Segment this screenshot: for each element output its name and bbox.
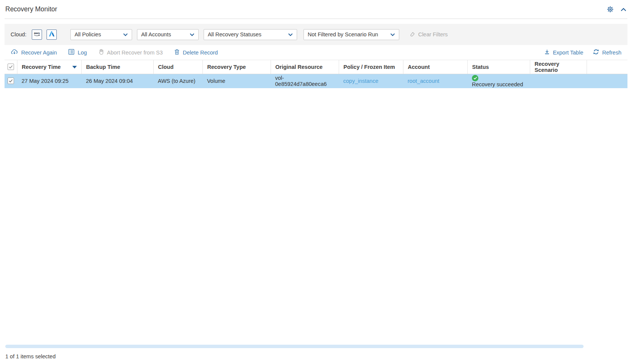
- scenario-run-filter-dropdown[interactable]: Not Filtered by Scenario Run: [304, 29, 399, 40]
- success-check-icon: [472, 75, 478, 81]
- clear-filters-button[interactable]: Clear Filters: [409, 31, 448, 38]
- refresh-icon: [593, 49, 599, 56]
- cell-cloud: AWS (to Azure): [153, 74, 202, 88]
- selection-summary: 1 of 1 items selected: [5, 353, 56, 359]
- delete-record-label: Delete Record: [183, 50, 218, 56]
- refresh-label: Refresh: [602, 50, 621, 56]
- column-header-backup-time[interactable]: Backup Time: [81, 60, 153, 74]
- recover-again-label: Recover Again: [21, 50, 57, 56]
- settings-gear-icon[interactable]: [607, 6, 614, 13]
- chevron-down-icon: [123, 31, 128, 37]
- cell-backup-time: 26 May 2024 09:04: [81, 74, 153, 88]
- cell-recovery-time: 27 May 2024 09:25: [17, 74, 81, 88]
- column-header-recovery-scenario[interactable]: Recovery Scenario: [530, 60, 587, 74]
- status-cell: [472, 75, 525, 81]
- column-header-account[interactable]: Account: [403, 60, 467, 74]
- page-title: Recovery Monitor: [5, 5, 57, 13]
- export-table-label: Export Table: [553, 50, 583, 56]
- table-actions-toolbar: Recover Again Log Abort Recover from S3: [5, 45, 627, 60]
- account-link[interactable]: root_account: [408, 78, 439, 84]
- log-list-icon: [68, 49, 75, 56]
- scenario-run-filter-value: Not Filtered by Scenario Run: [308, 31, 378, 37]
- chevron-down-icon: [390, 31, 395, 37]
- collapse-panel-chevron-up-icon[interactable]: [621, 8, 626, 11]
- cell-recovery-scenario: [530, 74, 587, 88]
- policies-filter-dropdown[interactable]: All Policies: [70, 29, 132, 40]
- cell-spacer: [587, 74, 627, 88]
- aws-cloud-toggle[interactable]: aws: [32, 30, 42, 40]
- column-header-spacer: [587, 60, 627, 74]
- azure-logo-icon: [48, 30, 55, 39]
- trash-icon: [174, 49, 180, 56]
- log-button[interactable]: Log: [68, 49, 87, 56]
- sort-descending-icon: [72, 66, 77, 68]
- chevron-down-icon: [190, 31, 195, 37]
- policy-frozen-item-link[interactable]: copy_instance: [343, 78, 378, 84]
- export-table-button[interactable]: Export Table: [544, 49, 583, 56]
- recovery-status-filter-value: All Recovery Statuses: [208, 31, 262, 37]
- column-header-cloud[interactable]: Cloud: [153, 60, 202, 74]
- clear-filters-label: Clear Filters: [418, 31, 448, 37]
- cell-original-resource: vol-0e85924d7a80eeca6: [271, 74, 339, 88]
- title-bar: Recovery Monitor: [0, 0, 632, 19]
- cell-recovery-type: Volume: [202, 74, 271, 88]
- chevron-down-icon: [288, 31, 293, 37]
- recovery-records-table: Recovery Time Backup Time Cloud Recovery…: [5, 60, 627, 88]
- row-checkbox-checked[interactable]: [8, 78, 14, 84]
- azure-cloud-toggle[interactable]: [47, 30, 57, 40]
- refresh-button[interactable]: Refresh: [593, 49, 621, 56]
- abort-recover-label: Abort Recover from S3: [107, 50, 163, 56]
- delete-record-button[interactable]: Delete Record: [174, 49, 218, 56]
- table-header-row: Recovery Time Backup Time Cloud Recovery…: [5, 60, 627, 74]
- accounts-filter-value: All Accounts: [141, 31, 171, 37]
- column-header-recovery-time[interactable]: Recovery Time: [17, 60, 81, 74]
- title-divider: [5, 19, 627, 19]
- accounts-filter-dropdown[interactable]: All Accounts: [137, 29, 199, 40]
- status-text: Recovery succeeded: [472, 81, 523, 87]
- column-header-status[interactable]: Status: [467, 60, 530, 74]
- log-label: Log: [78, 50, 87, 56]
- column-header-recovery-type[interactable]: Recovery Type: [202, 60, 271, 74]
- horizontal-scrollbar[interactable]: [5, 345, 584, 348]
- aws-logo-icon: aws: [33, 31, 41, 38]
- recovery-status-filter-dropdown[interactable]: All Recovery Statuses: [204, 29, 297, 40]
- cloud-download-icon: [11, 49, 18, 56]
- column-header-policy-frozen-item[interactable]: Policy / Frozen Item: [339, 60, 403, 74]
- stop-hand-icon: [98, 49, 104, 56]
- abort-recover-from-s3-button[interactable]: Abort Recover from S3: [98, 49, 163, 56]
- recovery-record-row-selected[interactable]: 27 May 2024 09:25 26 May 2024 09:04 AWS …: [5, 74, 627, 88]
- column-header-original-resource[interactable]: Original Resource: [271, 60, 339, 74]
- download-icon: [544, 49, 550, 56]
- select-all-checkbox[interactable]: [8, 64, 14, 70]
- svg-text:aws: aws: [34, 31, 40, 35]
- cloud-filter-label: Cloud:: [11, 31, 26, 37]
- filter-bar: Cloud: aws All Policies All Accounts: [5, 24, 627, 45]
- policies-filter-value: All Policies: [75, 31, 101, 37]
- recover-again-button[interactable]: Recover Again: [11, 49, 57, 56]
- eraser-icon: [409, 31, 415, 38]
